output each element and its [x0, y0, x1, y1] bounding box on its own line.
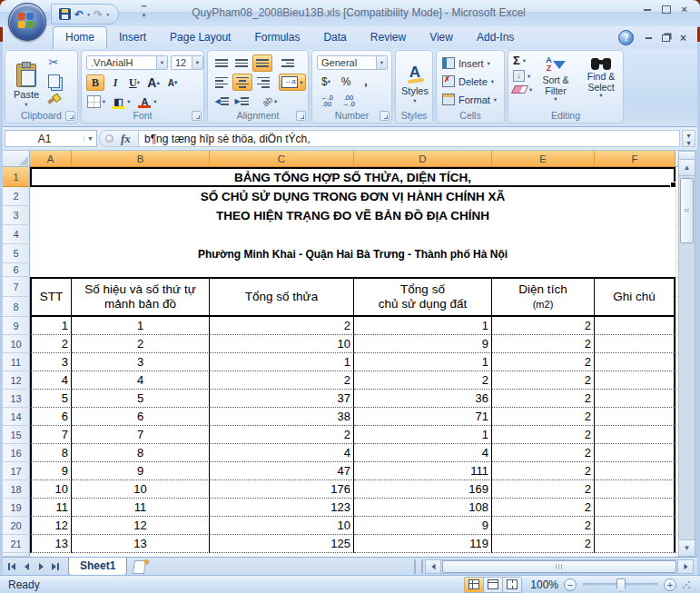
increase-indent-button[interactable]: ▶	[232, 94, 251, 109]
row-header-10[interactable]: 10	[3, 335, 30, 353]
cell-r12-cb[interactable]: 4	[72, 371, 210, 390]
cell-r18-cb[interactable]: 10	[72, 480, 210, 499]
last-sheet-button[interactable]	[49, 560, 62, 573]
zoom-in-button[interactable]: +	[664, 578, 676, 591]
select-all-button[interactable]	[3, 151, 30, 167]
cell-r9-cf[interactable]	[595, 317, 675, 335]
sort-filter-button[interactable]: AZ Sort & Filter▾	[536, 54, 576, 102]
column-header-c[interactable]: C	[210, 151, 354, 167]
cell-empty[interactable]	[30, 263, 675, 277]
align-center-button[interactable]	[232, 74, 252, 91]
cell-r20-ca[interactable]: 12	[30, 517, 72, 535]
grow-font-button[interactable]: A▴	[145, 75, 162, 90]
workbook-minimize-button[interactable]	[646, 37, 652, 39]
alignment-dialog-launcher[interactable]	[296, 111, 306, 121]
cell-r17-cd[interactable]: 111	[354, 462, 492, 480]
sheet-tab-sheet1[interactable]: Sheet1	[68, 558, 127, 576]
cell-r10-cf[interactable]	[595, 335, 675, 353]
cell-r19-cf[interactable]	[595, 499, 675, 517]
cell-r18-cd[interactable]: 169	[354, 480, 492, 499]
table-header-cell[interactable]: Ghi chú	[595, 277, 675, 317]
cell-r20-cc[interactable]: 10	[210, 517, 354, 535]
cell-r10-ce[interactable]: 2	[492, 335, 595, 353]
cell-r13-ce[interactable]: 2	[492, 390, 595, 408]
row-header-6[interactable]: 6	[3, 263, 30, 277]
comma-format-button[interactable]: ,	[357, 74, 375, 89]
cell-r11-cd[interactable]: 1	[354, 353, 492, 371]
cell-r20-cd[interactable]: 9	[354, 517, 492, 535]
cell-r16-cc[interactable]: 4	[210, 444, 354, 462]
page-layout-view-button[interactable]	[484, 578, 503, 592]
workbook-close-button[interactable]: ×	[680, 34, 686, 43]
font-dialog-launcher[interactable]	[192, 111, 202, 121]
ribbon-tab-view[interactable]: View	[418, 26, 465, 49]
scroll-down-icon[interactable]: ▼	[679, 539, 695, 556]
find-select-button[interactable]: Find & Select▾	[581, 54, 621, 98]
workbook-restore-button[interactable]	[662, 35, 670, 42]
cell-r9-ce[interactable]: 2	[492, 317, 595, 335]
ribbon-tab-formulas[interactable]: Formulas	[242, 26, 311, 49]
zoom-slider-thumb[interactable]	[616, 578, 626, 592]
cell-r12-ca[interactable]: 4	[30, 371, 72, 390]
cell-r21-cb[interactable]: 13	[72, 535, 210, 553]
previous-sheet-button[interactable]	[20, 560, 33, 573]
cell-r17-cc[interactable]: 47	[210, 462, 354, 480]
cell-r9-cb[interactable]: 1	[72, 317, 210, 335]
delete-cells-button[interactable]: Delete▾	[442, 75, 494, 87]
currency-format-button[interactable]: $▾	[317, 74, 335, 89]
cell-empty[interactable]	[30, 225, 675, 244]
column-header-d[interactable]: D	[354, 151, 492, 167]
ribbon-tab-add-ins[interactable]: Add-Ins	[465, 26, 526, 49]
cell-r15-ce[interactable]: 2	[492, 426, 595, 444]
align-top-button[interactable]	[212, 55, 231, 71]
scroll-right-icon[interactable]	[677, 560, 693, 573]
cell-title-3[interactable]: THEO HIỆN TRẠNG ĐO VẼ BẢN ĐỒ ĐỊA CHÍNH	[30, 206, 675, 225]
align-middle-button[interactable]	[232, 55, 251, 71]
cell-r17-cb[interactable]: 9	[72, 462, 210, 480]
table-header-cell[interactable]: Diện tích(m2)	[492, 277, 595, 317]
normal-view-button[interactable]	[465, 578, 484, 592]
cell-r20-cf[interactable]	[595, 517, 675, 535]
column-header-f[interactable]: F	[595, 151, 675, 167]
horizontal-scroll-thumb[interactable]	[442, 560, 676, 573]
cell-r16-cd[interactable]: 4	[354, 444, 492, 462]
insert-cells-button[interactable]: Insert▾	[442, 57, 490, 69]
cell-r11-cc[interactable]: 1	[210, 353, 354, 371]
percent-format-button[interactable]: %	[337, 74, 355, 89]
copy-icon[interactable]	[48, 74, 60, 88]
cell-r15-ca[interactable]: 7	[30, 426, 72, 444]
cell-r16-ce[interactable]: 2	[492, 444, 595, 462]
qat-customize-icon[interactable]: ▔▾	[138, 7, 150, 20]
cell-r14-ce[interactable]: 2	[492, 408, 595, 426]
row-header-16[interactable]: 16	[3, 444, 30, 462]
cell-r17-cf[interactable]	[595, 462, 675, 480]
vertical-split-handle[interactable]	[679, 152, 695, 160]
zoom-level[interactable]: 100%	[527, 578, 558, 591]
scroll-up-icon[interactable]: ▲	[679, 160, 695, 176]
number-dialog-launcher[interactable]	[380, 111, 389, 121]
name-box[interactable]: A1 ▼	[5, 130, 97, 147]
row-header-3[interactable]: 3	[3, 206, 30, 225]
formula-input[interactable]: b¶ng tæng hîp sè thöa, diÖn tÝch,	[139, 130, 680, 147]
border-button[interactable]: ▾	[86, 94, 106, 109]
cell-r12-ce[interactable]: 2	[492, 371, 595, 390]
table-header-cell[interactable]: STT	[30, 277, 72, 317]
row-header-20[interactable]: 20	[3, 517, 30, 535]
bold-button[interactable]: B	[86, 74, 104, 91]
cell-title-2[interactable]: SỐ CHỦ SỬ DỤNG TRONG ĐƠN VỊ HÀNH CHÍNH X…	[30, 187, 675, 206]
row-header-8[interactable]: 8	[3, 297, 30, 317]
save-icon[interactable]	[59, 8, 71, 20]
font-name-select[interactable]: .VnArialH ▾	[86, 55, 168, 70]
cell-r18-cf[interactable]	[595, 480, 675, 499]
cell-r19-ca[interactable]: 11	[30, 499, 72, 517]
orientation-button[interactable]: ab▾	[258, 94, 281, 109]
cell-title-1[interactable]: BẢNG TỔNG HỢP SỐ THỬA, DIỆN TÍCH,	[30, 167, 675, 187]
cell-r10-cd[interactable]: 9	[354, 335, 492, 353]
row-header-14[interactable]: 14	[3, 408, 30, 426]
cell-r19-cc[interactable]: 123	[210, 499, 354, 517]
ribbon-tab-home[interactable]: Home	[53, 26, 107, 49]
row-header-5[interactable]: 5	[3, 244, 30, 263]
row-header-4[interactable]: 4	[3, 225, 30, 244]
cell-r18-ca[interactable]: 10	[30, 480, 72, 499]
increase-decimal-button[interactable]: ←.0.00	[317, 94, 337, 107]
